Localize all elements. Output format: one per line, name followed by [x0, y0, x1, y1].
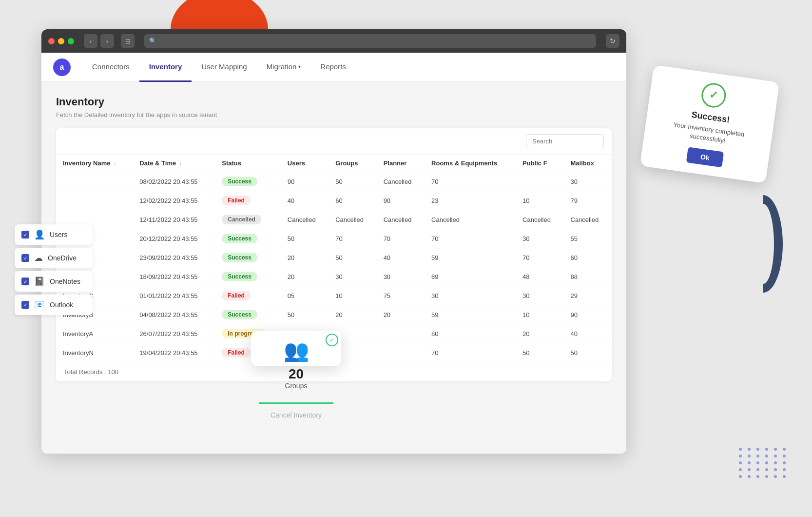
cell-groups: 70 [329, 229, 376, 248]
tab-connectors[interactable]: Connectors [82, 53, 139, 82]
cell-datetime: 01/01/2022 20:43:55 [133, 286, 215, 305]
filter-card-onenotes[interactable]: ✓ 📓 OneNotes [15, 271, 93, 292]
logo-text: a [60, 63, 64, 72]
cell-planner: 90 [377, 191, 425, 210]
cell-rooms: 23 [425, 191, 516, 210]
browser-toolbar: ‹ › ⊟ 🔍 ↻ [41, 29, 626, 53]
cell-groups: 10 [329, 286, 376, 305]
col-inventory-name: Inventory Name ↓ [56, 155, 133, 172]
cell-users: 40 [281, 191, 329, 210]
col-publicf: Public F [516, 155, 563, 172]
cell-datetime: 08/02/2022 20:43:55 [133, 172, 215, 191]
browser-dots [48, 38, 74, 44]
refresh-button[interactable]: ↻ [606, 34, 619, 48]
dot-green[interactable] [68, 38, 74, 44]
filter-label-onedrive: OneDrive [48, 254, 77, 262]
dot-red[interactable] [48, 38, 55, 44]
groups-check-icon: ✓ [326, 334, 338, 346]
cell-users: 50 [281, 229, 329, 248]
search-input[interactable] [526, 134, 604, 148]
dot-yellow[interactable] [58, 38, 64, 44]
col-planner: Planner [377, 155, 425, 172]
onedrive-icon: ☁ [34, 253, 43, 263]
cell-planner [377, 343, 425, 362]
cell-publicf: 50 [516, 343, 563, 362]
sort-icon-date: ↓ [179, 161, 182, 166]
cell-publicf: 10 [516, 305, 563, 324]
cell-publicf [516, 172, 563, 191]
cell-groups: 50 [329, 248, 376, 267]
ok-button[interactable]: Ok [686, 147, 724, 168]
main-area: Inventory Fetch the Detailed inventory f… [41, 82, 626, 395]
cell-name [56, 172, 133, 191]
page-subtitle: Fetch the Detailed inventory for the app… [56, 111, 612, 119]
checkbox-users[interactable]: ✓ [21, 231, 29, 239]
cell-mailbox: 55 [564, 229, 612, 248]
table-row: 12/02/2022 20:43:55 Failed 40 60 90 23 1… [56, 191, 612, 210]
cell-publicf: 48 [516, 267, 563, 286]
cell-groups: 30 [329, 267, 376, 286]
nav-tabs: Connectors Inventory User Mapping Migrat… [82, 53, 356, 82]
table-row: 18/09/2022 20:43:55 Success 20 30 30 69 … [56, 267, 612, 286]
col-rooms: Rooms & Equipments [425, 155, 516, 172]
filter-card-outlook[interactable]: ✓ 📧 Outlook [15, 295, 93, 315]
cell-mailbox: 88 [564, 267, 612, 286]
cell-groups: 60 [329, 191, 376, 210]
sidebar-toggle-button[interactable]: ⊟ [121, 34, 135, 48]
cell-datetime: 23/09/2022 20:43:55 [133, 248, 215, 267]
col-groups: Groups [329, 155, 376, 172]
cell-status: Success [215, 305, 281, 324]
filter-card-onedrive[interactable]: ✓ ☁ OneDrive [15, 248, 93, 268]
status-badge: Success [222, 253, 257, 262]
cell-planner: Cancelled [377, 210, 425, 229]
table-row: InventoryB 04/08/2022 20:43:55 Success 5… [56, 305, 612, 324]
chevron-down-icon: ▾ [298, 64, 301, 69]
cell-groups: Cancelled [329, 210, 376, 229]
cell-rooms: 70 [425, 229, 516, 248]
tab-user-mapping[interactable]: User Mapping [192, 53, 256, 82]
checkbox-onenotes[interactable]: ✓ [21, 278, 29, 285]
sort-icon-name: ↓ [114, 161, 116, 166]
cell-rooms: 80 [425, 324, 516, 343]
back-button[interactable]: ‹ [84, 34, 97, 48]
app-logo: a [53, 59, 71, 76]
browser-nav: ‹ › [84, 34, 114, 48]
status-badge: Failed [222, 348, 251, 358]
status-badge: Failed [222, 196, 251, 205]
table-row: 08/02/2022 20:43:55 Success 90 50 Cancel… [56, 172, 612, 191]
cell-rooms: 70 [425, 343, 516, 362]
cancel-inventory-button[interactable]: Cancel Inventory [259, 405, 333, 425]
cell-groups: 20 [329, 305, 376, 324]
cell-publicf: 20 [516, 324, 563, 343]
cell-status: Success [215, 267, 281, 286]
forward-button[interactable]: › [100, 34, 114, 48]
cell-datetime: 20/12/2022 20:43:55 [133, 229, 215, 248]
checkbox-onedrive[interactable]: ✓ [21, 254, 29, 262]
cell-users: 90 [281, 172, 329, 191]
filter-label-users: Users [50, 231, 68, 239]
page-title: Inventory [56, 96, 612, 108]
tab-migration[interactable]: Migration ▾ [257, 53, 311, 82]
groups-number: 20 [259, 366, 333, 382]
col-status: Status [215, 155, 281, 172]
cell-mailbox: Cancelled [564, 210, 612, 229]
cell-planner: 30 [377, 267, 425, 286]
cell-rooms: 59 [425, 248, 516, 267]
cell-datetime: 04/08/2022 20:43:55 [133, 305, 215, 324]
tab-reports[interactable]: Reports [310, 53, 356, 82]
tab-inventory[interactable]: Inventory [139, 53, 192, 82]
groups-popup: ✓ 👥 20 Groups Cancel Inventory [251, 331, 341, 366]
table-row: 20/12/2022 20:43:55 Success 50 70 70 70 … [56, 229, 612, 248]
browser-window: ‹ › ⊟ 🔍 ↻ a Connectors Inventory User Ma [41, 29, 626, 454]
cell-status: Success [215, 248, 281, 267]
filter-cards: ✓ 👤 Users ✓ ☁ OneDrive ✓ 📓 OneNotes ✓ 📧 … [15, 224, 93, 315]
checkbox-outlook[interactable]: ✓ [21, 301, 29, 309]
status-badge: Failed [222, 291, 251, 300]
address-bar[interactable]: 🔍 [144, 34, 596, 48]
cell-datetime: 26/07/2022 20:43:55 [133, 324, 215, 343]
outlook-icon: 📧 [34, 299, 45, 310]
cell-datetime: 12/11/2022 20:43:55 [133, 210, 215, 229]
filter-card-users[interactable]: ✓ 👤 Users [15, 224, 93, 245]
cell-rooms: 30 [425, 286, 516, 305]
status-badge: Success [222, 177, 257, 186]
